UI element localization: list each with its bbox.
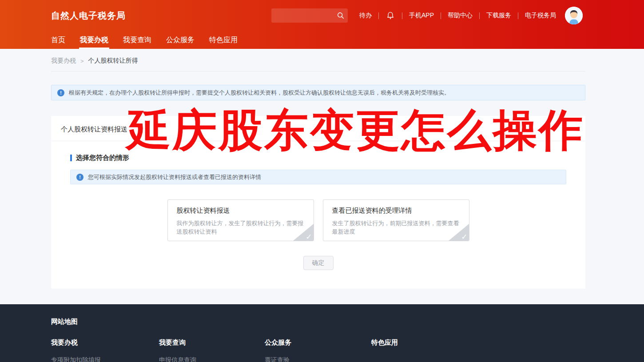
site-logo: 自然人电子税务局 bbox=[51, 10, 126, 22]
footer-col-tax-handling: 我要办税 专项附加扣除填报 bbox=[51, 338, 159, 362]
info-icon: ! bbox=[76, 174, 83, 181]
footer-col-featured-apps: 特色应用 bbox=[371, 338, 398, 362]
divider bbox=[402, 12, 402, 19]
option-card-view-progress[interactable]: 查看已报送资料的受理详情 发生了股权转让行为，前期已报送资料，需要查看最新进度 … bbox=[323, 199, 469, 241]
confirm-row: 确定 bbox=[51, 256, 585, 270]
etax-bureau-link[interactable]: 电子税务局 bbox=[525, 12, 556, 20]
option-description: 发生了股权转让行为，前期已报送资料，需要查看最新进度 bbox=[332, 219, 460, 236]
option-title: 查看已报送资料的受理详情 bbox=[332, 207, 460, 215]
footer-col-public-service: 公众服务 票证查验 bbox=[265, 338, 371, 362]
breadcrumb: 我要办税 > 个人股权转让所得 bbox=[51, 49, 585, 72]
search-box[interactable] bbox=[271, 8, 348, 23]
notice-text: 根据有关规定，在办理个人股权转让所得申报时，需要提交个人股权转让相关资料，股权受… bbox=[69, 89, 450, 97]
nav-tab-featured-apps[interactable]: 特色应用 bbox=[209, 31, 238, 49]
main-nav: 首页 我要办税 我要查询 公众服务 特色应用 bbox=[0, 31, 644, 49]
footer-col-inquiry: 我要查询 申报信息查询 bbox=[159, 338, 265, 362]
footer: 网站地图 我要办税 专项附加扣除填报 我要查询 申报信息查询 公众服务 票证查验… bbox=[0, 304, 644, 362]
report-card: 个人股权转让资料报送 选择您符合的情形 ! 您可根据实际情况发起股权转让资料报送… bbox=[51, 116, 585, 289]
footer-link-special-deduction[interactable]: 专项附加扣除填报 bbox=[51, 356, 159, 362]
mobile-app-link[interactable]: 手机APP bbox=[409, 12, 434, 20]
nav-tab-public-service[interactable]: 公众服务 bbox=[166, 31, 195, 49]
divider bbox=[441, 12, 441, 19]
footer-col-heading: 我要查询 bbox=[159, 338, 265, 347]
header: 自然人电子税务局 待办 手机APP 帮助中心 bbox=[0, 0, 644, 49]
check-icon: ✓ bbox=[306, 232, 312, 241]
header-quickbar: 待办 手机APP 帮助中心 下载服务 电子税务局 bbox=[359, 11, 556, 20]
help-center-link[interactable]: 帮助中心 bbox=[448, 12, 473, 20]
breadcrumb-current: 个人股权转让所得 bbox=[88, 57, 138, 65]
option-card-submit-materials[interactable]: 股权转让资料报送 我作为股权转让方，发生了股权转让行为，需要报送股权转让资料 ✓ bbox=[167, 199, 314, 241]
section-accent-bar bbox=[70, 155, 72, 161]
section-hint-banner: ! 您可根据实际情况发起股权转让资料报送或者查看已报送的资料详情 bbox=[70, 170, 566, 184]
option-title: 股权转让资料报送 bbox=[177, 207, 305, 215]
section-title: 选择您符合的情形 bbox=[70, 154, 585, 162]
search-icon[interactable] bbox=[337, 12, 345, 20]
nav-tab-home[interactable]: 首页 bbox=[51, 31, 65, 49]
nav-tab-tax-handling[interactable]: 我要办税 bbox=[80, 31, 108, 49]
footer-columns: 我要办税 专项附加扣除填报 我要查询 申报信息查询 公众服务 票证查验 特色应用 bbox=[51, 338, 644, 362]
footer-col-heading: 特色应用 bbox=[371, 338, 398, 347]
page-notice-banner: ! 根据有关规定，在办理个人股权转让所得申报时，需要提交个人股权转让相关资料，股… bbox=[51, 85, 585, 100]
footer-col-heading: 公众服务 bbox=[265, 338, 371, 347]
header-top: 自然人电子税务局 待办 手机APP 帮助中心 bbox=[0, 0, 644, 31]
notification-bell-icon[interactable] bbox=[386, 11, 395, 20]
breadcrumb-separator: > bbox=[80, 58, 84, 64]
nav-tab-inquiry[interactable]: 我要查询 bbox=[123, 31, 151, 49]
footer-link-declaration-info[interactable]: 申报信息查询 bbox=[159, 356, 265, 362]
user-avatar[interactable] bbox=[565, 7, 583, 24]
option-description: 我作为股权转让方，发生了股权转让行为，需要报送股权转让资料 bbox=[177, 219, 305, 236]
section-title-text: 选择您符合的情形 bbox=[76, 154, 129, 162]
option-list: 股权转让资料报送 我作为股权转让方，发生了股权转让行为，需要报送股权转让资料 ✓… bbox=[51, 199, 585, 241]
breadcrumb-parent[interactable]: 我要办税 bbox=[51, 57, 76, 65]
hint-text: 您可根据实际情况发起股权转让资料报送或者查看已报送的资料详情 bbox=[88, 173, 261, 181]
todo-link[interactable]: 待办 bbox=[359, 12, 372, 20]
download-service-link[interactable]: 下载服务 bbox=[486, 12, 511, 20]
confirm-button[interactable]: 确定 bbox=[303, 256, 334, 270]
footer-col-heading: 我要办税 bbox=[51, 338, 159, 347]
sitemap-title: 网站地图 bbox=[51, 318, 644, 326]
card-title: 个人股权转让资料报送 bbox=[51, 116, 585, 141]
info-icon: ! bbox=[57, 89, 64, 96]
check-icon: ✓ bbox=[461, 232, 467, 241]
footer-link-ticket-check[interactable]: 票证查验 bbox=[265, 356, 371, 362]
divider bbox=[518, 12, 518, 19]
divider bbox=[479, 12, 480, 19]
main-content: 我要办税 > 个人股权转让所得 ! 根据有关规定，在办理个人股权转让所得申报时，… bbox=[51, 49, 585, 289]
divider bbox=[378, 12, 379, 19]
